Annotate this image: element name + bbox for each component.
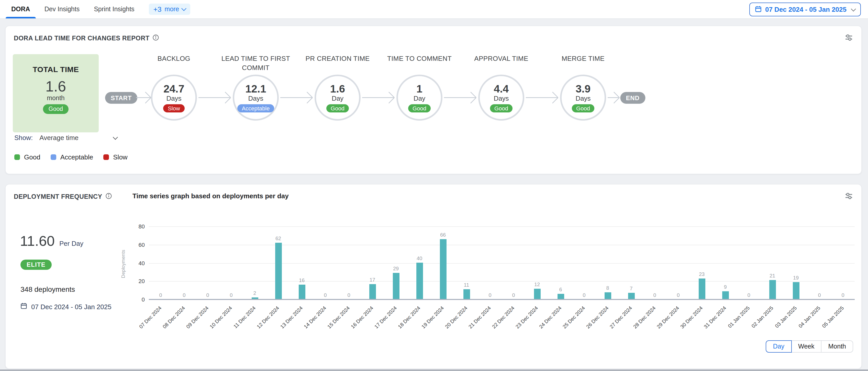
deployment-bar: [416, 263, 423, 299]
stage-title: TIME TO COMMENT: [376, 54, 463, 73]
lead-time-title: DORA LEAD TIME FOR CHANGES REPORT: [14, 35, 149, 42]
total-status-badge: Good: [43, 104, 68, 114]
bar-value-label: 17: [365, 277, 380, 282]
stage-title: LEAD TIME TO FIRST COMMIT: [212, 54, 299, 73]
x-tick-label: 27 Dec 2024: [586, 305, 633, 351]
tab-sprint-insights[interactable]: Sprint Insights: [94, 0, 134, 19]
deployment-frequency-card: DEPLOYMENT FREQUENCY Time series graph b…: [5, 184, 862, 369]
x-tick-label: 24 Dec 2024: [516, 305, 562, 351]
flow-arrow-icon: [198, 91, 231, 105]
x-tick-label: 15 Dec 2024: [304, 305, 351, 351]
lead-time-card: DORA LEAD TIME FOR CHANGES REPORT TOTAL …: [5, 26, 862, 174]
x-tick-label: 14 Dec 2024: [281, 305, 327, 351]
bar-value-label: 40: [412, 256, 427, 261]
show-row: Show: Average time: [14, 134, 117, 141]
deployment-bar: [722, 291, 728, 299]
tab-dev-insights[interactable]: Dev Insights: [44, 0, 80, 19]
bar-value-label: 62: [271, 236, 286, 241]
stage-status-badge: Acceptable: [237, 104, 274, 112]
stage-value: 4.4: [494, 83, 509, 94]
stage-status-badge: Good: [326, 104, 349, 112]
x-tick-label: 01 Jan 2025: [704, 305, 751, 351]
x-tick-label: 17 Dec 2024: [351, 305, 398, 351]
deployments-bar-chart: Deployments 020406080007 Dec 2024008 Dec…: [6, 184, 861, 368]
deployment-bar: [769, 280, 776, 299]
x-tick-label: 23 Dec 2024: [492, 305, 539, 351]
deployment-bar: [793, 282, 799, 299]
bar-value-label: 7: [623, 286, 639, 291]
deployment-bar: [604, 292, 611, 299]
window-bottom-edge: [0, 369, 868, 371]
bar-value-label: 19: [788, 275, 804, 280]
stage-backlog: BACKLOG24.7DaysSlow: [130, 54, 217, 121]
stage-circle: 24.7DaysSlow: [151, 75, 197, 121]
stage-unit: Days: [576, 95, 590, 102]
info-icon[interactable]: [152, 34, 159, 42]
dashboard-page: DORADev InsightsSprint Insights+3more 07…: [0, 0, 868, 371]
show-metric-dropdown[interactable]: Average time: [39, 134, 117, 141]
stage-circle: 12.1DaysAcceptable: [233, 75, 279, 121]
deployment-bar: [275, 243, 282, 299]
y-tick-label: 0: [126, 296, 145, 303]
x-tick-label: 09 Dec 2024: [163, 305, 210, 351]
tabs: DORADev InsightsSprint Insights+3more: [11, 0, 190, 19]
granularity-day[interactable]: Day: [766, 340, 792, 352]
legend-item-acceptable: Acceptable: [51, 153, 93, 161]
granularity-toggle: DayWeekMonth: [766, 340, 853, 352]
stage-circle: 1DayGood: [396, 75, 442, 121]
x-tick-label: 12 Dec 2024: [234, 305, 280, 351]
deployment-bar: [557, 294, 564, 299]
tab-dora[interactable]: DORA: [11, 0, 30, 19]
more-tabs-button[interactable]: +3more: [149, 4, 190, 15]
flow-arrow-icon: [526, 91, 559, 105]
stage-status-badge: Slow: [163, 104, 185, 112]
x-tick-label: 08 Dec 2024: [140, 305, 186, 351]
stage-title: MERGE TIME: [539, 54, 627, 73]
granularity-week[interactable]: Week: [791, 340, 822, 352]
x-tick-label: 19 Dec 2024: [398, 305, 445, 351]
x-tick-label: 20 Dec 2024: [422, 305, 468, 351]
legend-label: Good: [24, 153, 40, 161]
total-time-label: TOTAL TIME: [13, 65, 99, 74]
legend-label: Slow: [113, 153, 127, 161]
deployment-bar: [628, 293, 634, 299]
date-range-button[interactable]: 07 Dec 2024 - 05 Jan 2025: [749, 3, 861, 16]
more-word: more: [165, 6, 179, 13]
stage-value: 3.9: [576, 83, 590, 94]
bar-value-label: 0: [318, 292, 333, 298]
y-tick-label: 60: [126, 242, 145, 248]
stage-status-badge: Good: [408, 104, 431, 112]
stage-unit: Day: [332, 95, 343, 102]
stage-unit: Days: [248, 95, 263, 102]
active-tab-underline: [6, 17, 36, 19]
bar-value-label: 0: [482, 292, 498, 298]
flow-arrow-icon: [362, 91, 395, 105]
stage-lead-time-to-first-commit: LEAD TIME TO FIRST COMMIT12.1DaysAccepta…: [212, 54, 299, 121]
plus-count: +3: [153, 7, 162, 12]
bar-value-label: 0: [177, 292, 192, 298]
bar-value-label: 0: [835, 292, 850, 298]
tab-label: Sprint Insights: [94, 6, 134, 13]
widget-settings-icon[interactable]: [844, 33, 853, 42]
stage-value: 1.6: [330, 83, 345, 94]
stage-status-badge: Good: [490, 104, 513, 112]
legend-item-slow: Slow: [103, 153, 127, 161]
stage-pr-creation-time: PR CREATION TIME1.6DayGood: [294, 54, 381, 121]
bar-value-label: 0: [577, 292, 592, 298]
granularity-month[interactable]: Month: [821, 340, 854, 352]
bar-value-label: 6: [553, 287, 568, 292]
stage-time-to-comment: TIME TO COMMENT1DayGood: [376, 54, 463, 121]
x-tick-label: 31 Dec 2024: [681, 305, 727, 351]
stage-status-badge: Good: [571, 104, 595, 112]
x-tick-label: 22 Dec 2024: [469, 305, 515, 351]
deployment-bar: [440, 239, 446, 299]
show-label: Show:: [14, 134, 33, 141]
bar-value-label: 66: [435, 232, 451, 238]
flow-arrow-icon: [608, 91, 620, 105]
gridline: [149, 281, 855, 282]
x-axis-line: [149, 299, 855, 300]
deployment-bar: [369, 284, 376, 299]
x-tick-label: 25 Dec 2024: [539, 305, 586, 351]
stage-title: PR CREATION TIME: [294, 54, 381, 73]
total-time-value: 1.6: [13, 79, 99, 94]
